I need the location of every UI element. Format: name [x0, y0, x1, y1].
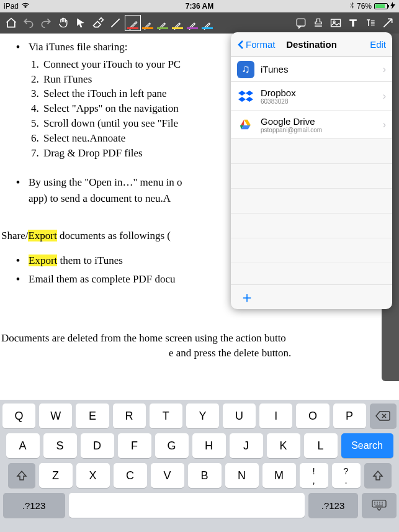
- key-k[interactable]: K: [267, 433, 300, 458]
- highlighter-green[interactable]: [155, 16, 170, 30]
- key-p[interactable]: P: [333, 404, 366, 428]
- key-j[interactable]: J: [230, 433, 263, 458]
- text-style-tool[interactable]: [363, 16, 378, 30]
- numsym-key-left[interactable]: .?123: [3, 493, 65, 518]
- destination-popover: Format Destination Edit ♫ iTunes › Dropb…: [231, 32, 392, 309]
- key-g[interactable]: G: [155, 433, 189, 458]
- battery-icon: [374, 3, 388, 9]
- key-t[interactable]: T: [150, 404, 182, 428]
- key-w[interactable]: W: [39, 404, 72, 428]
- highlighter-purple[interactable]: [185, 16, 200, 30]
- list-item: [231, 238, 392, 263]
- key-q[interactable]: Q: [2, 404, 35, 428]
- note-icon[interactable]: [294, 16, 308, 30]
- chevron-right-icon: ›: [383, 64, 386, 75]
- select-tool[interactable]: [73, 16, 88, 30]
- image-icon[interactable]: [328, 16, 343, 30]
- key-i[interactable]: I: [259, 404, 292, 428]
- space-key[interactable]: [69, 493, 305, 518]
- redo-button[interactable]: [38, 16, 53, 30]
- shift-key-right[interactable]: [364, 463, 392, 488]
- key-exclaim-comma[interactable]: !,: [300, 463, 328, 488]
- key-c[interactable]: C: [114, 463, 147, 488]
- text-tool[interactable]: [346, 16, 361, 30]
- key-m[interactable]: M: [262, 463, 296, 488]
- stamp-icon[interactable]: [311, 16, 326, 30]
- key-d[interactable]: D: [81, 433, 114, 458]
- pan-tool[interactable]: [56, 16, 71, 30]
- highlighter-yellow[interactable]: [170, 16, 185, 30]
- share-button[interactable]: [380, 16, 395, 30]
- undo-button[interactable]: [21, 16, 36, 30]
- destination-list: ♫ iTunes › Dropbox 60383028 › Google Dri…: [231, 57, 392, 284]
- key-u[interactable]: U: [223, 404, 256, 428]
- dropbox-icon: [237, 88, 254, 105]
- destination-item-google-drive[interactable]: Google Drive pstoppani@gmail.com ›: [231, 110, 392, 139]
- key-z[interactable]: Z: [39, 463, 73, 488]
- list-item: [231, 139, 392, 164]
- key-s[interactable]: S: [43, 433, 77, 458]
- highlighter-orange[interactable]: [140, 16, 155, 30]
- itunes-icon: ♫: [237, 61, 254, 78]
- delete-line-1: Documents are deleted from the home scre…: [1, 331, 393, 346]
- list-item: [231, 263, 392, 284]
- numsym-key-right[interactable]: .?123: [308, 493, 358, 518]
- add-destination-button[interactable]: ＋: [231, 284, 392, 309]
- highlighter-red[interactable]: [125, 16, 140, 30]
- key-o[interactable]: O: [296, 404, 329, 428]
- key-x[interactable]: X: [76, 463, 110, 488]
- home-button[interactable]: [4, 16, 19, 30]
- backspace-key[interactable]: [370, 404, 397, 428]
- popover-edit-button[interactable]: Edit: [370, 39, 386, 50]
- shift-key-left[interactable]: [8, 463, 35, 488]
- key-v[interactable]: V: [151, 463, 184, 488]
- line-tool[interactable]: [108, 16, 123, 30]
- list-item: [231, 189, 392, 214]
- destination-item-itunes[interactable]: ♫ iTunes ›: [231, 57, 392, 82]
- ios-status-bar: iPad 7:36 AM 76%: [0, 0, 399, 12]
- app-toolbar: [0, 12, 399, 34]
- google-drive-icon: [237, 116, 254, 133]
- delete-line-2: e and press the delete button.: [169, 346, 393, 361]
- chevron-right-icon: ›: [383, 91, 386, 102]
- svg-rect-0: [297, 19, 305, 26]
- key-a[interactable]: A: [6, 433, 40, 458]
- popover-back-button[interactable]: Format: [237, 39, 276, 50]
- svg-rect-1: [331, 19, 341, 27]
- eraser-tool[interactable]: [91, 16, 105, 30]
- chevron-right-icon: ›: [383, 119, 386, 130]
- key-e[interactable]: E: [76, 404, 109, 428]
- search-key[interactable]: Search: [341, 433, 393, 458]
- highlighter-row: [125, 16, 215, 30]
- clock: 7:36 AM: [0, 2, 399, 11]
- key-h[interactable]: H: [192, 433, 226, 458]
- list-item: [231, 164, 392, 189]
- key-n[interactable]: N: [225, 463, 259, 488]
- key-y[interactable]: Y: [186, 404, 219, 428]
- list-item: [231, 214, 392, 238]
- on-screen-keyboard: Q W E R T Y U I O P A S D F G H J K L Se…: [0, 400, 399, 532]
- hide-keyboard-key[interactable]: [362, 493, 397, 518]
- key-l[interactable]: L: [304, 433, 338, 458]
- key-f[interactable]: F: [118, 433, 151, 458]
- key-question-period[interactable]: ?.: [332, 463, 361, 488]
- key-r[interactable]: R: [113, 404, 146, 428]
- key-b[interactable]: B: [188, 463, 222, 488]
- highlighter-cyan[interactable]: [200, 16, 215, 30]
- destination-item-dropbox[interactable]: Dropbox 60383028 ›: [231, 82, 392, 110]
